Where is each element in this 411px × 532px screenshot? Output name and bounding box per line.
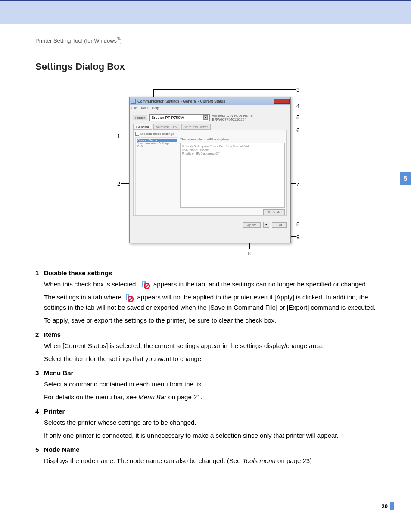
apply-button: Apply (243, 222, 261, 228)
annotated-dialog-figure: 1 2 3 4 5 6 7 8 9 10 (116, 88, 302, 256)
menu-help: Help (152, 106, 159, 110)
dialog-bottom-row: Apply ▾ Exit (130, 219, 290, 230)
item-communication-settings: Communication Settings (137, 142, 177, 145)
dialog-menubar: File Tools Help (130, 105, 290, 111)
callout-line (153, 89, 296, 90)
status-box: Network Settings on Power On: Keep Curre… (180, 143, 285, 208)
item-text: Select the item for the settings that yo… (44, 354, 383, 364)
top-color-bar (0, 0, 411, 24)
callout-2: 2 (117, 180, 120, 187)
window-close-buttons (274, 99, 290, 104)
printer-row: Printer Brother PT-P750W ▾ Wireless LAN … (130, 111, 290, 124)
list-item: 3 Menu Bar Select a command contained in… (35, 369, 383, 405)
callout-9: 9 (296, 234, 299, 240)
list-item: 2 Items When [Current Status] is selecte… (35, 331, 383, 367)
cross-reference: Tools menu (243, 457, 276, 464)
disable-settings-row: Disable these settings (135, 132, 285, 136)
item-text: Displays the node name. The node name ca… (44, 456, 383, 466)
disable-icon (140, 280, 151, 289)
callout-8: 8 (296, 221, 299, 227)
status-label: The current status will be displayed. (180, 137, 285, 141)
svg-line-3 (145, 284, 149, 288)
text-fragment: When this check box is selected, (44, 280, 140, 288)
item-number: 4 (35, 408, 44, 443)
item-text: Select a command contained in each menu … (44, 379, 383, 389)
printer-value: Brother PT-P750W (152, 115, 184, 120)
item-title: Node Name (44, 446, 383, 453)
callout-10: 10 (246, 250, 252, 257)
text-fragment: For details on the menu bar, see (44, 393, 138, 401)
item-number: 1 (35, 269, 44, 328)
text-fragment: on page 23) (276, 457, 312, 464)
item-text: For details on the menu bar, see Menu Ba… (44, 392, 383, 402)
callout-line (291, 117, 296, 117)
item-number: 2 (35, 331, 44, 367)
item-current-status: Current Status (137, 139, 177, 142)
section-heading: Settings Dialog Box (35, 61, 383, 75)
list-item: 1 Disable these settings When this check… (35, 269, 383, 328)
items-pane: Current Status Communication Settings IP… (135, 137, 178, 215)
callout-line (291, 183, 296, 184)
menu-tools: Tools (140, 106, 149, 110)
dialog-content: Disable these settings Current Status Co… (133, 130, 287, 216)
dialog-titlebar: Communication Settings - General - Curre… (130, 97, 290, 105)
checkbox-icon (135, 132, 139, 136)
node-name-text: Wireless LAN Node Name: BRW0C7754013C254 (212, 114, 287, 121)
text-fragment: appears in the tab, and the settings can… (153, 280, 367, 288)
item-title: Menu Bar (44, 369, 383, 376)
disable-icon (124, 293, 134, 302)
svg-line-7 (129, 297, 132, 301)
page-header: Printer Setting Tool (for Windows®) (35, 37, 383, 44)
cross-reference: Menu Bar (138, 393, 166, 401)
item-text: If only one printer is connected, it is … (44, 430, 383, 441)
item-title: Items (44, 331, 383, 338)
tab-general: General (133, 124, 152, 130)
callout-1: 1 (117, 133, 120, 140)
dialog-tabs: General Wireless LAN Wireless Direct (130, 124, 290, 130)
svg-rect-4 (126, 294, 127, 300)
text-fragment: Displays the node name. The node name ca… (44, 457, 243, 464)
settings-dialog-screenshot: Communication Settings - General - Curre… (129, 97, 291, 243)
item-text: When this check box is selected, appears… (44, 279, 383, 289)
callout-7: 7 (296, 180, 299, 187)
item-title: Printer (44, 408, 383, 415)
printer-dropdown: Brother PT-P750W ▾ (149, 114, 210, 121)
list-item: 4 Printer Selects the printer whose sett… (35, 408, 383, 443)
menu-file: File (131, 106, 137, 110)
dialog-icon (131, 99, 136, 104)
chapter-tab: 5 (400, 172, 411, 185)
figure-container: 1 2 3 4 5 6 7 8 9 10 (35, 88, 383, 256)
callout-5: 5 (296, 114, 299, 121)
item-number: 5 (35, 446, 44, 469)
dialog-split: Current Status Communication Settings IP… (135, 137, 285, 215)
dialog-title: Communication Settings - General - Curre… (137, 99, 274, 103)
chevron-down-icon: ▾ (203, 115, 208, 120)
header-end: ) (120, 37, 121, 44)
item-number: 3 (35, 369, 44, 405)
callout-6: 6 (296, 127, 299, 134)
list-item: 5 Node Name Displays the node name. The … (35, 446, 383, 469)
text-fragment: on page 21. (166, 393, 202, 401)
text-fragment: The settings in a tab where (44, 293, 123, 301)
callout-line (291, 130, 296, 130)
callout-line (291, 236, 296, 237)
tab-wireless-direct: Wireless Direct (181, 124, 211, 130)
status-pane: The current status will be displayed. Ne… (180, 137, 285, 215)
description-list: 1 Disable these settings When this check… (35, 269, 383, 469)
item-text: When [Current Status] is selected, the c… (44, 341, 383, 351)
item-text: Selects the printer whose settings are t… (44, 417, 383, 428)
refresh-button: Refresh (263, 209, 285, 215)
callout-line (291, 106, 296, 106)
refresh-row: Refresh (180, 209, 285, 215)
item-title: Disable these settings (44, 269, 383, 277)
exit-button: Exit (272, 222, 287, 228)
disable-settings-label: Disable these settings (140, 132, 174, 136)
callout-3: 3 (296, 87, 299, 93)
printer-label: Printer (133, 115, 147, 120)
item-ipv6: IPv6 (137, 145, 177, 148)
callout-4: 4 (296, 103, 299, 109)
tab-wireless-lan: Wireless LAN (153, 124, 180, 130)
svg-rect-0 (142, 281, 143, 287)
item-text: The settings in a tab where appears will… (44, 292, 383, 313)
apply-dropdown-icon: ▾ (263, 222, 269, 228)
